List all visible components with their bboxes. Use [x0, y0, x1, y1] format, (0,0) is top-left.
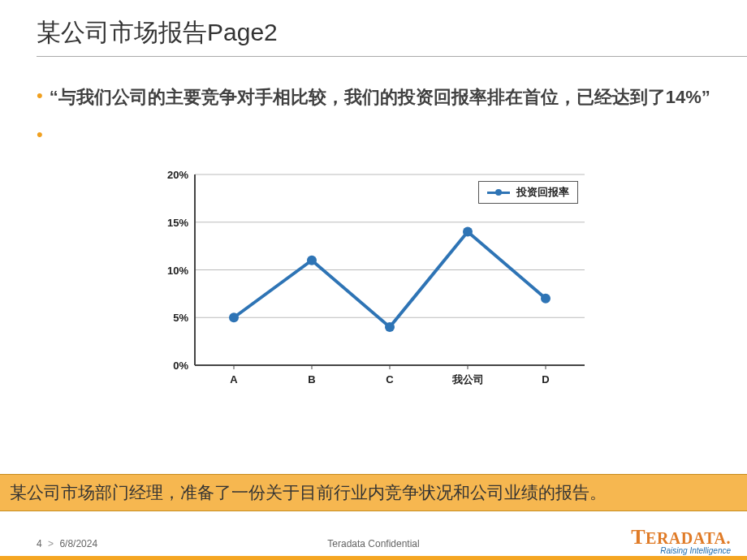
content-area: • “与我们公司的主要竞争对手相比较，我们的投资回报率排在首位，已经达到了14%… — [0, 65, 747, 394]
svg-point-24 — [385, 322, 395, 332]
bullet-item-2: • — [37, 124, 710, 144]
footer-meta: 4 > 6/8/2024 — [0, 538, 97, 549]
footer-page: 4 — [37, 538, 42, 549]
svg-text:我公司: 我公司 — [451, 373, 484, 386]
svg-text:10%: 10% — [167, 264, 188, 276]
caption-bar: 某公司市场部门经理，准备了一份关于目前行业内竞争状况和公司业绩的报告。 — [0, 474, 747, 511]
chart-container: 投资回报率 0%5%10%15%20%ABC我公司D — [37, 158, 710, 394]
logo-main: TERADATA. — [631, 527, 731, 548]
svg-point-22 — [229, 312, 239, 322]
svg-text:5%: 5% — [173, 312, 188, 324]
footer-date: 6/8/2024 — [59, 538, 97, 549]
title-rule — [37, 56, 747, 57]
bullet-dot-icon: • — [37, 126, 43, 144]
footer: 4 > 6/8/2024 Teradata Confidential TERAD… — [0, 532, 747, 555]
svg-text:D: D — [542, 373, 549, 386]
svg-text:15%: 15% — [167, 216, 188, 228]
bullet-item-1: • “与我们公司的主要竞争对手相比较，我们的投资回报率排在首位，已经达到了14%… — [37, 85, 710, 110]
svg-point-23 — [307, 255, 317, 265]
chart-box: 投资回报率 0%5%10%15%20%ABC我公司D — [146, 158, 601, 394]
legend-swatch-icon — [487, 187, 510, 198]
svg-text:C: C — [386, 373, 394, 386]
page-title: 某公司市场报告Page2 — [37, 16, 747, 50]
bullet-dot-icon: • — [37, 87, 43, 105]
chart-legend: 投资回报率 — [478, 181, 578, 204]
svg-text:0%: 0% — [173, 360, 188, 372]
footer-confidential: Teradata Confidential — [327, 538, 419, 549]
footer-caret-icon: > — [48, 538, 54, 549]
bullet-text-1: “与我们公司的主要竞争对手相比较，我们的投资回报率排在首位，已经达到了14%” — [50, 85, 710, 110]
svg-point-26 — [541, 293, 551, 303]
svg-text:B: B — [308, 373, 315, 386]
legend-label: 投资回报率 — [516, 185, 569, 200]
footer-logo: TERADATA. Raising Intelligence — [631, 527, 731, 555]
svg-point-25 — [463, 226, 473, 236]
title-area: 某公司市场报告Page2 — [0, 0, 747, 65]
svg-text:20%: 20% — [167, 169, 188, 181]
footer-stripe — [0, 556, 747, 560]
svg-text:A: A — [230, 373, 238, 386]
